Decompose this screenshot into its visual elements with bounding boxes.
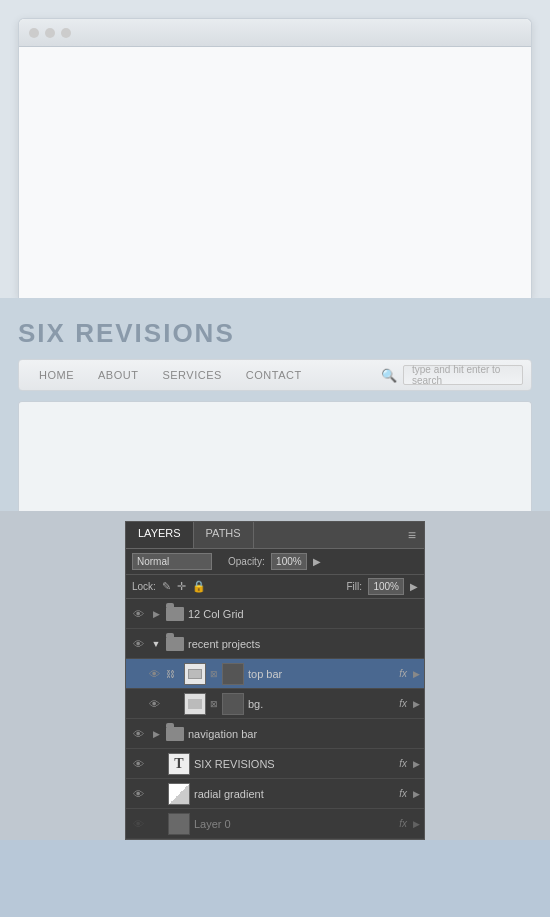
layer-thumbnail-gradient bbox=[168, 783, 190, 805]
opacity-arrow[interactable]: ▶ bbox=[313, 556, 321, 567]
lock-fill-row: Lock: ✎ ✛ 🔒 Fill: 100% ▶ bbox=[126, 575, 424, 599]
visibility-icon[interactable]: 👁 bbox=[130, 636, 146, 652]
folder-icon bbox=[166, 727, 184, 741]
layer-thumbnail-mask bbox=[222, 693, 244, 715]
fx-arrow[interactable]: ▶ bbox=[413, 759, 420, 769]
browser-dot-3 bbox=[61, 28, 71, 38]
layer-thumbnail-text: T bbox=[168, 753, 190, 775]
lock-label: Lock: bbox=[132, 581, 156, 592]
visibility-icon[interactable]: 👁 bbox=[130, 756, 146, 772]
layer-thumbnail bbox=[184, 663, 206, 685]
search-area: 🔍 type and hit enter to search bbox=[381, 365, 523, 385]
layer-row[interactable]: 👁 ▼ recent projects bbox=[126, 629, 424, 659]
nav-item-home[interactable]: HOME bbox=[27, 360, 86, 390]
layer-name: recent projects bbox=[188, 638, 420, 650]
expand-arrow[interactable]: ▶ bbox=[150, 728, 162, 740]
fx-label: fx bbox=[399, 788, 409, 799]
opacity-value[interactable]: 100% bbox=[271, 553, 307, 570]
layers-panel-wrapper: LAYERS PATHS ≡ Normal Opacity: 100% ▶ Lo… bbox=[0, 511, 550, 840]
browser-window bbox=[18, 18, 532, 298]
browser-titlebar bbox=[19, 19, 531, 47]
layer-row[interactable]: 👁 ⊠ bg. fx ▶ bbox=[126, 689, 424, 719]
layer-name: navigation bar bbox=[188, 728, 420, 740]
visibility-icon[interactable]: 👁 bbox=[130, 726, 146, 742]
search-icon[interactable]: 🔍 bbox=[381, 368, 397, 383]
layer-name: Layer 0 bbox=[194, 818, 395, 830]
layer-name: bg. bbox=[248, 698, 395, 710]
tab-layers[interactable]: LAYERS bbox=[126, 522, 194, 548]
tab-paths[interactable]: PATHS bbox=[194, 522, 254, 548]
blend-mode-select[interactable]: Normal bbox=[132, 553, 212, 570]
visibility-icon[interactable]: 👁 bbox=[130, 816, 146, 832]
expand-arrow[interactable]: ▼ bbox=[150, 638, 162, 650]
layer-thumbnail bbox=[184, 693, 206, 715]
lock-icon-move[interactable]: ✎ bbox=[162, 580, 171, 593]
chain-icon: ⛓ bbox=[166, 669, 180, 679]
layer-thumbnail bbox=[168, 813, 190, 835]
fill-value[interactable]: 100% bbox=[368, 578, 404, 595]
link-icon: ⊠ bbox=[210, 669, 218, 679]
blend-opacity-row: Normal Opacity: 100% ▶ bbox=[126, 549, 424, 575]
opacity-label: Opacity: bbox=[228, 556, 265, 567]
visibility-icon[interactable]: 👁 bbox=[146, 696, 162, 712]
panel-tabs-bar: LAYERS PATHS ≡ bbox=[126, 522, 424, 549]
fx-label: fx bbox=[399, 698, 409, 709]
top-preview-section bbox=[0, 0, 550, 298]
layer-row[interactable]: 👁 T SIX REVISIONS fx ▶ bbox=[126, 749, 424, 779]
search-input[interactable]: type and hit enter to search bbox=[403, 365, 523, 385]
fill-label: Fill: bbox=[346, 581, 362, 592]
folder-icon bbox=[166, 637, 184, 651]
browser-content bbox=[19, 47, 531, 298]
bottom-fill bbox=[0, 840, 550, 917]
layer-name: 12 Col Grid bbox=[188, 608, 420, 620]
layer-name: radial gradient bbox=[194, 788, 395, 800]
website-preview-section: SIX REVISIONS HOME ABOUT SERVICES CONTAC… bbox=[0, 298, 550, 511]
nav-item-services[interactable]: SERVICES bbox=[150, 360, 233, 390]
browser-dot-2 bbox=[45, 28, 55, 38]
fx-label: fx bbox=[399, 758, 409, 769]
browser-dot-1 bbox=[29, 28, 39, 38]
fx-label: fx bbox=[399, 668, 409, 679]
search-placeholder: type and hit enter to search bbox=[412, 364, 514, 386]
layer-thumbnail-mask bbox=[222, 663, 244, 685]
lock-icon-all[interactable]: 🔒 bbox=[192, 580, 206, 593]
layer-row[interactable]: 👁 ▶ navigation bar bbox=[126, 719, 424, 749]
visibility-icon[interactable]: 👁 bbox=[146, 666, 162, 682]
fx-arrow[interactable]: ▶ bbox=[413, 789, 420, 799]
layer-name: SIX REVISIONS bbox=[194, 758, 395, 770]
layer-row[interactable]: 👁 ▶ 12 Col Grid bbox=[126, 599, 424, 629]
fx-arrow[interactable]: ▶ bbox=[413, 819, 420, 829]
site-title: SIX REVISIONS bbox=[18, 318, 532, 349]
visibility-icon[interactable]: 👁 bbox=[130, 786, 146, 802]
lock-icon-position[interactable]: ✛ bbox=[177, 580, 186, 593]
fill-arrow[interactable]: ▶ bbox=[410, 581, 418, 592]
panel-menu-icon[interactable]: ≡ bbox=[400, 522, 424, 548]
fx-arrow[interactable]: ▶ bbox=[413, 669, 420, 679]
fx-arrow[interactable]: ▶ bbox=[413, 699, 420, 709]
link-icon: ⊠ bbox=[210, 699, 218, 709]
layer-row[interactable]: 👁 Layer 0 fx ▶ bbox=[126, 809, 424, 839]
navigation-bar: HOME ABOUT SERVICES CONTACT 🔍 type and h… bbox=[18, 359, 532, 391]
expand-arrow[interactable]: ▶ bbox=[150, 608, 162, 620]
site-content-area bbox=[18, 401, 532, 511]
visibility-icon[interactable]: 👁 bbox=[130, 606, 146, 622]
nav-item-contact[interactable]: CONTACT bbox=[234, 360, 314, 390]
fx-label: fx bbox=[399, 818, 409, 829]
folder-icon bbox=[166, 607, 184, 621]
layers-panel: LAYERS PATHS ≡ Normal Opacity: 100% ▶ Lo… bbox=[125, 521, 425, 840]
layer-row[interactable]: 👁 ⛓ ⊠ top bar fx ▶ bbox=[126, 659, 424, 689]
nav-item-about[interactable]: ABOUT bbox=[86, 360, 150, 390]
layer-row[interactable]: 👁 radial gradient fx ▶ bbox=[126, 779, 424, 809]
layer-name: top bar bbox=[248, 668, 395, 680]
